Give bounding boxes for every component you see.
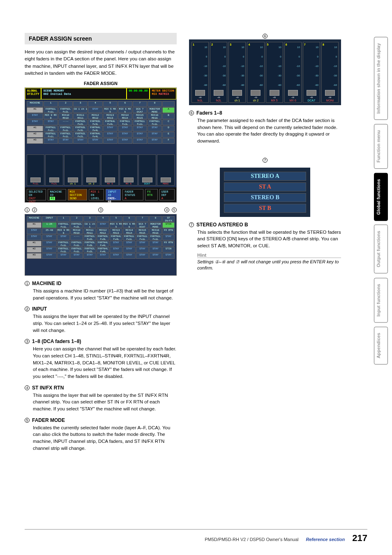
row4-machine[interactable]: #2 bbox=[27, 132, 43, 138]
row4-c3[interactable]: FXRTN4L fx4L bbox=[88, 132, 102, 138]
small-fader-4[interactable]: ch 2 bbox=[83, 154, 100, 186]
fader-knob[interactable] bbox=[214, 90, 224, 96]
row0-c5[interactable]: MIX 6 MX 6 bbox=[118, 107, 132, 113]
small-fader-1[interactable]: fx1L bbox=[27, 154, 44, 186]
row4-c0[interactable]: FXRTN1L fx1L bbox=[44, 132, 58, 138]
row0-machine[interactable]: #1 bbox=[27, 107, 43, 113]
row5-c7[interactable]: STAY bbox=[148, 138, 162, 144]
row2-c7[interactable]: FXRTN1L fx1L bbox=[148, 120, 162, 125]
tab-info[interactable]: Information shown in the display bbox=[374, 37, 388, 120]
row2-c1[interactable]: ---- bbox=[58, 120, 73, 125]
fader-knob[interactable] bbox=[251, 90, 261, 96]
row1-c6[interactable]: MIX15 MX15 bbox=[133, 113, 147, 119]
row5-c6[interactable]: STAY bbox=[133, 138, 147, 144]
row2-c4[interactable]: FXRTN4L fx4L bbox=[103, 120, 118, 125]
big-fader-7[interactable]: 7100-10-30-60-∞DCA7 bbox=[303, 42, 320, 103]
row1-c1[interactable]: MIX10 MX10 bbox=[58, 113, 73, 119]
row5-c0[interactable]: STAY bbox=[44, 138, 58, 144]
row1-c7[interactable]: MIX16 MX16 bbox=[148, 113, 162, 119]
row3-c1[interactable]: FXRTN1L fx1L bbox=[58, 126, 73, 131]
fader-knob[interactable] bbox=[307, 90, 316, 96]
row3-machine[interactable]: #1 bbox=[27, 126, 43, 131]
big-fader-2[interactable]: 2100-10-30-60-∞fx2L bbox=[210, 42, 227, 103]
small-fader-8[interactable]: MONI bbox=[157, 154, 175, 186]
row2-c6[interactable]: FXRTN1L fx1L bbox=[133, 120, 147, 125]
row1-c4[interactable]: MIX13 MX13 bbox=[103, 113, 118, 119]
fader-knob[interactable] bbox=[325, 90, 335, 96]
fader-knob[interactable] bbox=[232, 90, 242, 96]
small-fader-3[interactable]: ch 1 bbox=[64, 154, 82, 186]
fader-knob[interactable] bbox=[288, 90, 298, 96]
fader-knob[interactable] bbox=[124, 177, 134, 182]
row4-c4[interactable]: STAY bbox=[103, 132, 118, 138]
fader-knob[interactable] bbox=[161, 177, 171, 182]
row2-mode[interactable]: C bbox=[162, 120, 175, 125]
stereo-a-button[interactable]: STEREO A bbox=[224, 172, 306, 181]
big-fader-8[interactable]: 8100-10-30-60-∞MONI bbox=[321, 42, 339, 103]
row0-c6[interactable]: DCA 7 DCA7 bbox=[133, 107, 147, 113]
row3-c7[interactable]: STAY bbox=[148, 126, 162, 131]
row1-c2[interactable]: MIX11 MX11 bbox=[73, 113, 88, 119]
fader-knob[interactable] bbox=[49, 177, 60, 182]
fader-knob[interactable] bbox=[270, 90, 279, 96]
row3-c5[interactable]: STAY bbox=[118, 126, 132, 131]
row2-machine[interactable]: STAY bbox=[27, 120, 43, 125]
big-fader-3[interactable]: 3100-10-30-60-∞ch 1 bbox=[228, 42, 246, 103]
row4-c5[interactable]: STAY bbox=[118, 132, 132, 138]
small-fader-6[interactable]: MX 6 bbox=[120, 154, 137, 186]
stereo-b-button[interactable]: STEREO B bbox=[224, 193, 306, 202]
row0-c1[interactable]: FXRTN2L fx2L bbox=[58, 107, 73, 113]
stereo-b-sel[interactable]: ST B bbox=[224, 204, 306, 213]
fader-knob[interactable] bbox=[86, 177, 97, 182]
row5-c2[interactable]: STAY bbox=[73, 138, 88, 144]
row3-c3[interactable]: FXRTN4L fx4L bbox=[88, 126, 102, 131]
row1-c0[interactable]: MIX 9 MX 9 bbox=[44, 113, 58, 119]
row3-mode[interactable]: D bbox=[162, 126, 175, 131]
fader-knob[interactable] bbox=[30, 177, 41, 182]
row2-c2[interactable]: FXRTN2L fx2L bbox=[73, 120, 88, 125]
row3-c6[interactable]: STAY bbox=[133, 126, 147, 131]
row0-c7[interactable]: MONITOR MONI bbox=[148, 107, 162, 113]
row5-c5[interactable]: STAY bbox=[118, 138, 132, 144]
row2-c0[interactable]: STAY bbox=[44, 120, 58, 125]
tab-global-functions[interactable]: Global functions bbox=[374, 173, 388, 221]
tab-appendices[interactable]: Appendices bbox=[374, 327, 388, 364]
row4-c6[interactable]: STAY bbox=[133, 132, 147, 138]
row0-c3[interactable]: STAY bbox=[88, 107, 102, 113]
fader-knob[interactable] bbox=[195, 90, 205, 96]
row0-mode[interactable]: A bbox=[162, 107, 175, 113]
row3-c4[interactable]: STAY bbox=[103, 126, 118, 131]
row5-c1[interactable]: STAY bbox=[58, 138, 73, 144]
big-fader-6[interactable]: 6100-10-30-60-∞MX 6 bbox=[284, 42, 302, 103]
row4-c1[interactable]: FXRTN1L fx1L bbox=[58, 132, 73, 138]
big-fader-4[interactable]: 4100-10-30-60-∞ch 2 bbox=[247, 42, 264, 103]
fader-knob[interactable] bbox=[105, 177, 115, 182]
row5-c3[interactable]: STAY bbox=[88, 138, 102, 144]
row1-c5[interactable]: MIX14 MX14 bbox=[118, 113, 132, 119]
row0-c4[interactable]: MIX 5 MX 5 bbox=[103, 107, 118, 113]
small-fader-5[interactable]: MX 5 bbox=[101, 154, 119, 186]
small-fader-2[interactable]: fx2L bbox=[45, 154, 63, 186]
row1-mode[interactable]: B bbox=[162, 113, 175, 119]
row0-c0[interactable]: FXRTN1L fx1L bbox=[44, 107, 58, 113]
row1-machine[interactable]: STAY bbox=[27, 113, 43, 119]
row3-c0[interactable]: FXRTN1L fx1L bbox=[44, 126, 58, 131]
row3-c2[interactable]: FXRTN3L fx3L bbox=[73, 126, 88, 131]
row2-c3[interactable]: FXRTN3L fx3L bbox=[88, 120, 102, 125]
fader-knob[interactable] bbox=[142, 177, 152, 182]
row0-c2[interactable]: CH 1 ch 1 bbox=[73, 107, 88, 113]
stereo-a-sel[interactable]: ST A bbox=[224, 182, 306, 191]
big-fader-5[interactable]: 5100-10-30-60-∞MX 5 bbox=[266, 42, 283, 103]
row1-c3[interactable]: MIX12 MX12 bbox=[88, 113, 102, 119]
row4-c7[interactable]: STAY bbox=[148, 132, 162, 138]
tab-output-functions[interactable]: Output functions bbox=[374, 225, 388, 274]
row4-c2[interactable]: FXRTN2L fx2L bbox=[73, 132, 88, 138]
tab-input-functions[interactable]: Input functions bbox=[374, 278, 388, 322]
big-fader-1[interactable]: 1100-10-30-60-∞fx1L bbox=[191, 42, 209, 103]
small-fader-7[interactable]: DCA7 bbox=[138, 154, 156, 186]
tab-function-menu[interactable]: Function menu bbox=[374, 124, 388, 169]
fader-knob[interactable] bbox=[68, 177, 78, 182]
row4-mode[interactable]: E bbox=[162, 132, 175, 138]
row5-machine[interactable]: #3 bbox=[27, 138, 43, 144]
row5-c4[interactable]: STAY bbox=[103, 138, 118, 144]
